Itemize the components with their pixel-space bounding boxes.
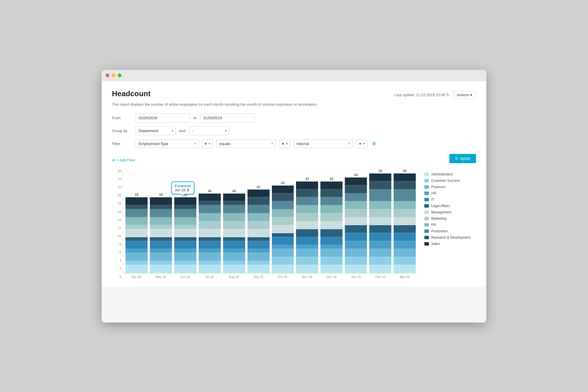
legend-item: IT — [424, 198, 476, 202]
filter-actions-row: ⊕ + Add Filter ↻ Apply — [112, 154, 476, 167]
apply-icon: ↻ — [455, 156, 459, 161]
last-update: Last update: 21.02.2019 22:05 ↻ — [394, 92, 450, 97]
bar-group[interactable]: 19FinancesJun 18: 2 — [174, 193, 196, 273]
chart-container: 0 2 4 6 8 10 12 14 16 18 20 22 24 26 — [112, 169, 419, 279]
legend-color-swatch — [424, 223, 429, 227]
and-select-wrapper: - — [189, 126, 229, 135]
legend-item: Sales — [424, 242, 476, 246]
filter-equals-chevron-wrapper: ▾ — [279, 139, 290, 148]
legend-item: Marketing — [424, 217, 476, 221]
filter-value-input[interactable] — [293, 140, 353, 148]
and-connector: and — [179, 129, 185, 133]
report-description: The report displays the number of active… — [112, 102, 476, 107]
from-date-input[interactable] — [136, 113, 190, 122]
stacked-bar[interactable] — [223, 194, 245, 273]
filter-type-dropdown[interactable]: ▾ — [202, 139, 213, 148]
add-filter-icon: ⊕ — [112, 158, 115, 162]
page-header: Headcount Last update: 21.02.2019 22:05 … — [112, 89, 476, 99]
group-by-row: Group by Department and - — [112, 126, 476, 135]
legend-color-swatch — [424, 179, 429, 182]
to-date-input[interactable] — [200, 113, 255, 122]
stacked-bar[interactable] — [125, 197, 148, 273]
stacked-bar[interactable] — [394, 173, 416, 273]
bar-group[interactable]: 19 — [150, 193, 172, 273]
header-right: Last update: 21.02.2019 22:05 ↻ Actions … — [394, 91, 476, 99]
filter-equals-dropdown[interactable]: ▾ — [279, 139, 290, 148]
stacked-bar[interactable] — [296, 181, 318, 273]
legend-color-swatch — [424, 204, 429, 208]
legend-color-swatch — [424, 211, 429, 214]
group-by-label: Group by — [112, 129, 132, 133]
y-axis: 0 2 4 6 8 10 12 14 16 18 20 22 24 26 — [112, 169, 121, 279]
group-by-select-wrapper: Department — [136, 126, 176, 135]
add-filter-button[interactable]: ⊕ + Add Filter — [112, 158, 135, 162]
filter-equals-input[interactable] — [216, 140, 276, 148]
bars-wrapper: 191919FinancesJun 18: 220202122232324252… — [122, 170, 419, 273]
legend-color-swatch — [424, 185, 429, 189]
stacked-bar[interactable] — [174, 197, 196, 273]
maximize-dot[interactable] — [118, 74, 121, 77]
to-connector: to — [194, 116, 197, 120]
legend-item: HR — [424, 191, 476, 195]
legend-color-swatch — [424, 198, 429, 201]
legend-item: PR — [424, 223, 476, 227]
stacked-bar[interactable] — [369, 173, 391, 273]
stacked-bar[interactable] — [247, 190, 270, 273]
close-dot[interactable] — [106, 74, 109, 77]
titlebar — [102, 70, 486, 81]
filter-label: Filter — [112, 142, 132, 146]
legend-item: Customer Success — [424, 179, 476, 183]
bar-group[interactable]: 22 — [272, 181, 294, 273]
group-by-select[interactable]: Department — [136, 126, 176, 135]
filter-form: From to Group by Department and - — [112, 113, 476, 148]
legend-item: Legal Affairs — [424, 204, 476, 208]
legend-color-swatch — [424, 173, 429, 176]
legend-item: Administration — [424, 172, 476, 176]
page-title: Headcount — [112, 89, 150, 98]
bar-group[interactable]: 21 — [247, 185, 270, 273]
stacked-bar[interactable] — [345, 177, 367, 273]
bar-group[interactable]: 20 — [223, 189, 245, 273]
filter-value-dropdown[interactable]: ▾ — [357, 139, 367, 148]
chevron-down-icon: ▾ — [470, 93, 472, 97]
filter-value-clear-icon[interactable]: ✕ — [348, 142, 351, 146]
refresh-icon[interactable]: ↻ — [446, 92, 450, 97]
legend-item: Production — [424, 229, 476, 233]
filter-type-chevron-wrapper: ▾ — [202, 139, 213, 148]
filter-type-clear-icon[interactable]: ✕ — [194, 142, 196, 146]
bar-group[interactable]: 25 — [394, 169, 416, 273]
legend-color-swatch — [424, 192, 429, 195]
bar-group[interactable]: 19 — [125, 193, 148, 273]
bar-group[interactable]: 23 — [320, 177, 343, 273]
bar-group[interactable]: 20 — [199, 189, 221, 273]
legend-color-swatch — [424, 229, 429, 233]
legend-item: Finances — [424, 185, 476, 189]
bar-group[interactable]: 23 — [296, 177, 318, 273]
filter-value-chevron-wrapper: ▾ — [357, 139, 367, 148]
x-axis: Apr 18May 18Jun 18Jul 18Aug 18Sep 18Oct … — [122, 273, 419, 279]
stacked-bar[interactable] — [150, 197, 172, 273]
stacked-bar[interactable] — [320, 181, 343, 273]
apply-button[interactable]: ↻ Apply — [449, 154, 476, 163]
legend-color-swatch — [424, 236, 429, 239]
bars-container: 191919FinancesJun 18: 220202122232324252… — [122, 170, 419, 279]
stacked-bar[interactable] — [199, 194, 221, 273]
remove-filter-icon[interactable]: ⊗ — [372, 140, 376, 147]
chart-area: 0 2 4 6 8 10 12 14 16 18 20 22 24 26 — [112, 169, 476, 279]
app-window: Headcount Last update: 21.02.2019 22:05 … — [102, 70, 486, 323]
filter-value-wrapper: ✕ — [293, 140, 353, 148]
filter-equals-clear-icon[interactable]: ✕ — [271, 142, 274, 146]
filter-type-input[interactable] — [136, 140, 199, 148]
filter-type-wrapper: ✕ — [136, 140, 199, 148]
chart-legend: AdministrationCustomer SuccessFinancesHR… — [424, 169, 476, 279]
actions-button[interactable]: Actions ▾ — [453, 91, 476, 99]
filter-row: Filter ✕ ▾ ✕ ▾ ✕ — [112, 139, 476, 148]
stacked-bar[interactable] — [272, 186, 294, 273]
bar-group[interactable]: 24 — [345, 173, 367, 273]
bar-tooltip: FinancesJun 18: 2 — [171, 181, 194, 194]
minimize-dot[interactable] — [112, 74, 115, 77]
legend-color-swatch — [424, 242, 429, 246]
date-row: From to — [112, 113, 476, 122]
and-select[interactable]: - — [189, 126, 229, 135]
bar-group[interactable]: 25 — [369, 169, 391, 273]
